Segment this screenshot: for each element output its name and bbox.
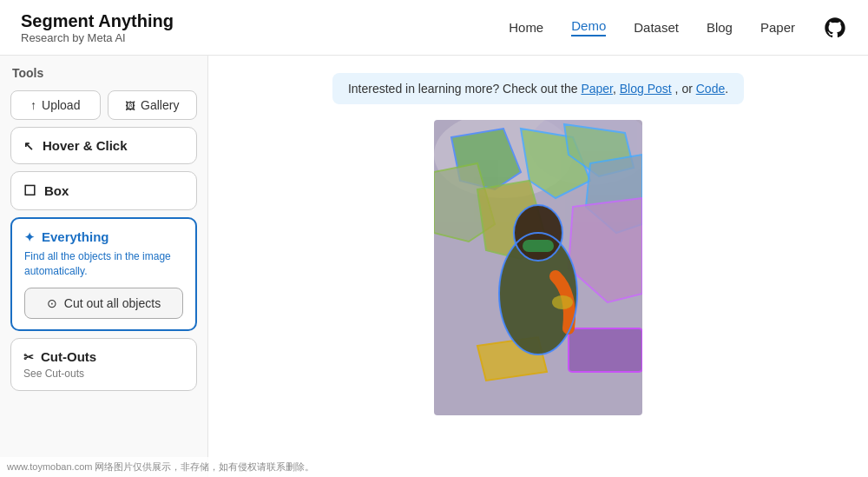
scissors-icon [23, 349, 34, 364]
svg-point-15 [552, 295, 573, 309]
cutout-icon [47, 296, 57, 310]
segmented-image[interactable] [434, 120, 642, 415]
box-button[interactable]: Box [10, 171, 197, 210]
cut-out-all-label: Cut out all objects [64, 296, 161, 310]
code-link[interactable]: Code [696, 82, 725, 96]
cutouts-subtitle: See Cut-outs [23, 368, 184, 380]
hover-click-label: Hover & Click [43, 138, 128, 153]
info-banner: Interested in learning more? Check out t… [332, 73, 744, 104]
upload-gallery-row: Upload Gallery [10, 90, 197, 120]
nav-dataset[interactable]: Dataset [634, 20, 679, 35]
tools-label: Tools [10, 66, 197, 80]
cutouts-label: Cut-Outs [41, 349, 96, 364]
svg-rect-14 [523, 240, 554, 252]
nav-demo[interactable]: Demo [571, 18, 606, 36]
content-area: Interested in learning more? Check out t… [208, 56, 868, 477]
nav-home[interactable]: Home [509, 20, 543, 35]
app-title: Segment Anything [21, 10, 174, 31]
banner-text: Interested in learning more? Check out t… [348, 82, 582, 96]
banner-or: , or [675, 82, 693, 96]
app-subtitle: Research by Meta AI [21, 31, 174, 44]
github-icon[interactable] [823, 16, 847, 40]
paper-link[interactable]: Paper [581, 82, 613, 96]
gallery-button[interactable]: Gallery [108, 90, 198, 120]
everything-description: Find all the objects in the image automa… [24, 249, 183, 279]
everything-button[interactable]: Everything [24, 229, 183, 244]
nav-blog[interactable]: Blog [707, 20, 733, 35]
brand: Segment Anything Research by Meta AI [21, 10, 174, 44]
upload-icon [30, 98, 36, 112]
sidebar: Tools Upload Gallery Hover & Click Box E… [0, 56, 208, 477]
sparkle-icon [24, 229, 35, 244]
cutouts-header: Cut-Outs [23, 349, 184, 364]
gallery-label: Gallery [141, 98, 179, 112]
upload-label: Upload [42, 98, 80, 112]
main-layout: Tools Upload Gallery Hover & Click Box E… [0, 56, 868, 477]
cutouts-card: Cut-Outs See Cut-outs [10, 338, 197, 391]
watermark: www.toymoban.com 网络图片仅供展示，非存储，如有侵权请联系删除。 [0, 457, 868, 477]
header: Segment Anything Research by Meta AI Hom… [0, 0, 868, 56]
svg-rect-10 [569, 328, 642, 372]
gallery-icon [125, 98, 135, 112]
box-label: Box [44, 183, 69, 198]
everything-label: Everything [42, 229, 109, 244]
main-nav: Home Demo Dataset Blog Paper [509, 16, 847, 40]
upload-button[interactable]: Upload [10, 90, 101, 120]
box-icon [23, 182, 36, 199]
cursor-icon [23, 138, 34, 153]
everything-card: Everything Find all the objects in the i… [10, 217, 197, 331]
segment-svg [434, 120, 642, 415]
cut-out-all-button[interactable]: Cut out all objects [24, 288, 183, 319]
nav-paper[interactable]: Paper [760, 20, 795, 35]
watermark-text: www.toymoban.com 网络图片仅供展示，非存储，如有侵权请联系删除。 [7, 461, 314, 472]
hover-click-button[interactable]: Hover & Click [10, 127, 197, 164]
blog-link[interactable]: Blog Post [620, 82, 672, 96]
